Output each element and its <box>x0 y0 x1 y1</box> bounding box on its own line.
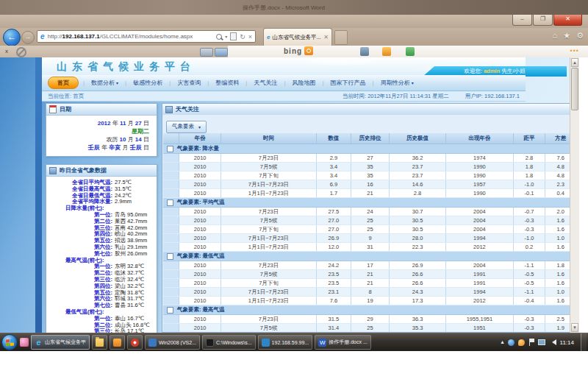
table-row[interactable]: 20107月1日~7月23日26.9928.01994-1.01.0 <box>163 234 576 243</box>
card-icon[interactable] <box>200 48 213 57</box>
cell: 26.9 <box>317 234 352 242</box>
nav-item-6[interactable]: 天气关注 <box>251 79 279 87</box>
table-row[interactable]: 20107月下旬23.52126.61991-0.51.6 <box>163 279 576 288</box>
cell: 31.5 <box>317 315 352 323</box>
star-icon[interactable]: ★ <box>563 31 570 40</box>
new-tab-button[interactable] <box>334 30 348 45</box>
cell: 24 <box>351 208 390 216</box>
scrollbar-thumb[interactable] <box>571 68 578 110</box>
close-toolbar-icon[interactable]: x <box>5 48 8 54</box>
sidebar: 日期 2012 年 11 月 27 日星期二农历 10 月 14 日壬辰 年 辛… <box>46 103 157 333</box>
cell: 2010 <box>179 208 222 216</box>
sparkle-icon[interactable] <box>382 47 391 56</box>
orange-app-icon <box>113 339 121 347</box>
nav-item-3[interactable]: 敏感性分析 <box>131 79 165 87</box>
cell: 1957 <box>446 180 513 188</box>
camera-icon[interactable] <box>360 47 369 56</box>
start-button[interactable] <box>1 334 18 350</box>
scroll-up-icon[interactable]: ▲ <box>571 58 578 67</box>
username: admin <box>484 68 500 74</box>
security-icon[interactable] <box>518 339 525 346</box>
stop-icon[interactable]: × <box>248 33 252 40</box>
messenger-icon[interactable] <box>508 339 514 346</box>
nav-item-8[interactable]: 国家下行产品 <box>329 79 368 87</box>
table-row[interactable]: 20107月5候3.43523.719901.84.8 <box>163 163 576 171</box>
chevron-down-icon: ▾ <box>412 81 414 85</box>
gear-icon[interactable]: ⚙ <box>576 31 584 40</box>
cell: 2010 <box>179 315 222 323</box>
cell: 26.6 <box>390 270 446 278</box>
taskbar: e 山东省气候业务平... Win2008 (VS2...C:\Windows\… <box>0 333 588 351</box>
table-row[interactable]: 20101月1日~7月23日12.03122.320120.21.6 <box>163 243 576 252</box>
cell: 7月5候 <box>221 216 316 224</box>
scroll-down-icon[interactable]: ▼ <box>571 323 578 332</box>
mail-icon[interactable] <box>215 48 228 57</box>
compatibility-icon[interactable] <box>230 32 237 40</box>
home-icon[interactable]: ⌂ <box>553 31 558 40</box>
puzzle-icon[interactable] <box>406 47 415 56</box>
group-checkbox[interactable] <box>167 307 173 314</box>
cell: 21 <box>351 189 390 197</box>
table-row[interactable]: 20107月5候31.42535.31951-0.31.9 <box>163 324 576 332</box>
table-row[interactable]: 20107月23日31.52936.31955,1951-0.32.5 <box>163 315 576 324</box>
url-text[interactable]: http://192.168.137.1/GLCCLIMATE/modules/… <box>48 33 214 40</box>
taskbar-explorer-button[interactable] <box>92 335 107 350</box>
table-row[interactable]: 20101月1日~7月23日1.7212.81990-0.10.4 <box>163 189 576 198</box>
main-panel-title: 天气关注 <box>176 105 199 113</box>
chevron-down-icon[interactable]: ▾ <box>225 34 227 39</box>
nav-item-9[interactable]: 周期性分析▾ <box>379 79 416 87</box>
maximize-button[interactable]: ❐ <box>533 15 553 26</box>
close-button[interactable]: ✕ <box>553 15 582 26</box>
table-row[interactable]: 20107月23日27.52430.72004-0.72.0 <box>163 208 576 216</box>
table-row[interactable]: 20107月下旬27.02530.52004-0.31.6 <box>163 225 576 234</box>
nav-item-7[interactable]: 风险地图 <box>290 79 318 87</box>
table-row[interactable]: 20107月23日2.92736.219742.87.6 <box>163 154 576 163</box>
address-bar[interactable]: e http://192.168.137.1/GLCCLIMATE/module… <box>37 30 256 43</box>
taskbar-window-button[interactable]: Win2008 (VS2... <box>145 335 200 350</box>
show-desktop-button[interactable] <box>581 333 587 352</box>
taskbar-window-button[interactable]: C:\Windows\s... <box>202 335 256 350</box>
back-icon[interactable]: ← <box>3 29 21 46</box>
table-row[interactable]: 20107月1日~7月23日23.1824.31994-1.11.0 <box>163 288 576 297</box>
group-checkbox[interactable] <box>167 199 173 206</box>
hidden-icons-arrow[interactable]: ▴ <box>501 339 504 345</box>
taskbar-ie-button[interactable]: e 山东省气候业务平... <box>31 335 90 350</box>
taskbar-window-button[interactable]: W操作手册.docx ... <box>315 335 371 350</box>
taskbar-app-orange-button[interactable] <box>110 335 125 350</box>
group-checkbox[interactable] <box>167 253 173 260</box>
close-tab-icon[interactable]: ✕ <box>323 34 329 40</box>
nav-item-4[interactable]: 灾害查询 <box>175 79 203 87</box>
nav-item-1[interactable]: 首页 <box>48 77 79 89</box>
nav-item-5[interactable]: 整编资料 <box>213 79 241 87</box>
cell: 1991 <box>446 270 513 278</box>
taskbar-app-red-button[interactable] <box>127 335 143 350</box>
table-row[interactable]: 20107月23日24.21726.92004-1.11.8 <box>163 261 576 270</box>
weather-body: 全省日平均气温:27.5℃全省日最高气温:31.5℃全省日最低气温:24.2℃全… <box>46 177 157 333</box>
element-filter-button[interactable]: 气象要素 ▾ <box>166 121 207 133</box>
table-row[interactable]: 20101月1日~7月23日7.61917.32012-0.41.6 <box>163 297 576 305</box>
bing-logo[interactable]: bing <box>284 46 313 55</box>
table-row[interactable]: 20107月5候27.02530.52004-0.31.6 <box>163 216 576 225</box>
minimize-button[interactable]: – <box>512 15 532 26</box>
column-header: 出现年份 <box>446 133 513 144</box>
more-icon[interactable]: ••• <box>570 47 579 54</box>
volume-icon[interactable] <box>549 339 556 345</box>
browser-tab[interactable]: e 山东省气候业务平... ✕ <box>263 28 332 46</box>
network-icon[interactable] <box>538 339 545 345</box>
forward-icon[interactable]: → <box>21 31 35 44</box>
table-row[interactable]: 20107月下旬3.43523.719901.84.8 <box>163 171 576 180</box>
nav-item-2[interactable]: 数据分析▾ <box>89 79 121 87</box>
taskbar-clock[interactable]: 11:14 <box>560 339 574 346</box>
search-icon[interactable] <box>216 34 222 40</box>
group-checkbox[interactable] <box>167 146 173 152</box>
refresh-icon[interactable]: ↻ <box>240 33 245 40</box>
table-row[interactable]: 20107月1日~7月23日6.91614.61957-1.02.3 <box>163 180 576 189</box>
cell: 1955,1951 <box>446 315 513 323</box>
cell: 2010 <box>179 324 222 332</box>
vertical-scrollbar[interactable]: ▲ ▼ <box>570 57 579 333</box>
taskbar-window-button[interactable]: 192.168.59.99... <box>258 335 313 350</box>
pinned-app-icon[interactable] <box>20 338 29 347</box>
table-row[interactable]: 20107月5候23.52126.61991-0.51.6 <box>163 270 576 279</box>
flag-icon[interactable] <box>528 339 534 346</box>
nav-menu: 首页|数据分析▾|敏感性分析|灾害查询|整编资料|天气关注|风险地图|国家下行产… <box>42 75 526 91</box>
